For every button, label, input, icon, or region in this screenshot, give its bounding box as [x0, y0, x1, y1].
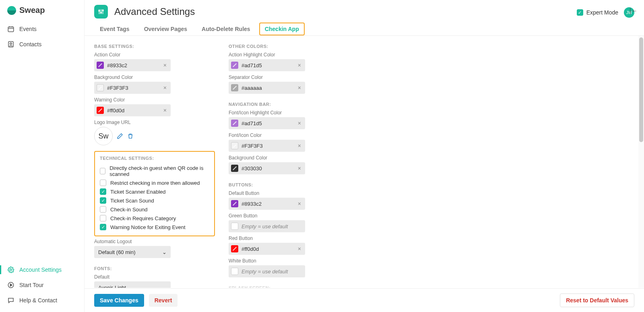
scroll-thumb[interactable] — [639, 37, 643, 142]
reset-button[interactable]: Reset to Default Values — [560, 293, 634, 307]
color-value: #F3F3F3 — [107, 85, 159, 91]
field-btn-white[interactable]: Empty = use default — [229, 265, 305, 277]
nav-account-settings[interactable]: Account Settings — [0, 262, 84, 277]
tech-item-label: Restrict checking in more then allowed — [110, 180, 200, 186]
select-default-font[interactable]: Avenir-Light ⌄ — [94, 281, 171, 288]
section-other: OTHER COLORS: — [229, 44, 349, 49]
field-action-color[interactable]: #8933c2 × — [94, 59, 171, 71]
expert-mode-toggle[interactable]: ✓ Expert Mode — [577, 9, 618, 16]
swatch-icon — [231, 120, 238, 127]
color-value: #F3F3F3 — [242, 143, 293, 149]
field-nav-fc[interactable]: #F3F3F3 × — [229, 140, 305, 152]
label-warn-color: Warning Color — [94, 97, 215, 103]
section-navbar: NAVIGATION BAR: — [229, 102, 349, 107]
nav-events[interactable]: Events — [0, 21, 84, 37]
nav-label: Account Settings — [19, 267, 62, 273]
section-base: BASE SETTINGS: — [94, 44, 215, 49]
clear-icon[interactable]: × — [162, 85, 168, 91]
placeholder: Empty = use default — [242, 269, 288, 275]
clear-icon[interactable]: × — [296, 120, 303, 126]
tab-checkin-app[interactable]: Checkin App — [259, 23, 305, 35]
nav-main: Events Contacts — [0, 19, 84, 52]
logo-preview: Sw — [94, 127, 113, 145]
tech-item-label: Ticket Scanner Enabled — [110, 189, 166, 195]
nav-start-tour[interactable]: Start Tour — [0, 277, 84, 293]
collapse-sidebar-icon[interactable]: |← — [630, 7, 638, 14]
label-action-highlight: Action Highlight Color — [229, 52, 349, 58]
field-nav-hl[interactable]: #ad71d5 × — [229, 117, 305, 129]
label-btn-red: Red Button — [229, 236, 349, 241]
color-value: #ff0d0d — [242, 246, 293, 252]
nav-contacts[interactable]: Contacts — [0, 37, 84, 52]
chevron-down-icon: ⌄ — [162, 285, 167, 288]
label-auto-logout: Automatic Logout — [94, 239, 215, 244]
tab-overview-pages[interactable]: Overview Pages — [138, 23, 193, 35]
nav-help[interactable]: Help & Contact — [0, 293, 84, 308]
clear-icon[interactable]: × — [296, 143, 303, 149]
placeholder: Empty = use default — [242, 223, 288, 229]
tech-item-0[interactable]: Directly check-in guest when QR code is … — [100, 164, 209, 178]
checkbox-icon: ✓ — [100, 197, 106, 204]
tech-item-6[interactable]: ✓Warning Notice for Exiting Event — [100, 223, 209, 231]
color-value: #8933c2 — [242, 201, 293, 207]
header: Advanced Settings ✓ Expert Mode JW — [85, 0, 644, 19]
label-btn-green: Green Button — [229, 213, 349, 219]
svg-point-3 — [10, 269, 12, 271]
clear-icon[interactable]: × — [296, 246, 303, 252]
svg-point-2 — [10, 43, 12, 45]
clear-icon[interactable]: × — [296, 200, 303, 207]
svg-rect-0 — [8, 27, 14, 32]
field-btn-green[interactable]: Empty = use default — [229, 220, 305, 232]
section-technical: TECHNICAL SETTINGS: — [100, 156, 209, 161]
swatch-icon — [231, 268, 238, 275]
main: Advanced Settings ✓ Expert Mode JW Event… — [85, 0, 644, 312]
swatch-icon — [231, 62, 238, 69]
field-separator[interactable]: #aaaaaa × — [229, 82, 305, 94]
nav-bottom: Account Settings Start Tour Help & Conta… — [0, 262, 84, 312]
field-bg-color[interactable]: #F3F3F3 × — [94, 82, 171, 94]
tech-item-1[interactable]: Restrict checking in more then allowed — [100, 178, 209, 187]
field-nav-bg[interactable]: #303030 × — [229, 162, 305, 174]
field-warn-color[interactable]: #ff0d0d × — [94, 104, 171, 116]
clear-icon[interactable]: × — [296, 62, 303, 68]
checkbox-icon: ✓ — [100, 188, 106, 195]
swatch-icon — [231, 165, 238, 172]
calendar-icon — [7, 25, 14, 33]
section-fonts: FONTS: — [94, 266, 215, 271]
play-icon — [7, 281, 14, 289]
select-auto-logout[interactable]: Default (60 min) ⌄ — [94, 246, 171, 258]
tech-item-3[interactable]: ✓Ticket Scan Sound — [100, 196, 209, 205]
svg-point-5 — [99, 10, 100, 11]
scrollbar[interactable] — [638, 36, 644, 288]
swatch-icon — [231, 223, 238, 230]
nav-label: Help & Contact — [19, 297, 57, 304]
field-action-highlight[interactable]: #ad71d5 × — [229, 59, 305, 71]
col-right: OTHER COLORS: Action Highlight Color #ad… — [229, 40, 349, 288]
tech-item-4[interactable]: Check-in Sound — [100, 205, 209, 214]
label-btn-default: Default Button — [229, 190, 349, 196]
checkbox-icon: ✓ — [100, 224, 106, 230]
field-btn-default[interactable]: #8933c2 × — [229, 198, 305, 210]
revert-button[interactable]: Revert — [149, 294, 178, 307]
clear-icon[interactable]: × — [162, 62, 168, 68]
svg-point-7 — [102, 10, 103, 11]
footer: Save Changes Revert Reset to Default Val… — [85, 288, 644, 312]
tab-auto-delete[interactable]: Auto-Delete Rules — [196, 23, 256, 35]
save-button[interactable]: Save Changes — [94, 294, 144, 307]
color-value: #aaaaaa — [242, 85, 293, 91]
delete-icon[interactable] — [127, 133, 134, 139]
tech-item-label: Directly check-in guest when QR code is … — [109, 165, 209, 177]
label-nav-bg: Background Color — [229, 155, 349, 161]
edit-icon[interactable] — [117, 133, 123, 139]
clear-icon[interactable]: × — [296, 165, 303, 171]
tech-item-2[interactable]: ✓Ticket Scanner Enabled — [100, 187, 209, 196]
color-value: #8933c2 — [107, 62, 159, 68]
tab-event-tags[interactable]: Event Tags — [94, 23, 135, 35]
swatch-icon — [231, 142, 238, 149]
tech-item-5[interactable]: Check-in Requires Category — [100, 214, 209, 223]
field-btn-red[interactable]: #ff0d0d × — [229, 243, 305, 255]
swatch-icon — [97, 62, 104, 69]
clear-icon[interactable]: × — [296, 85, 303, 91]
clear-icon[interactable]: × — [162, 107, 168, 114]
tabs: Event Tags Overview Pages Auto-Delete Ru… — [85, 19, 644, 36]
